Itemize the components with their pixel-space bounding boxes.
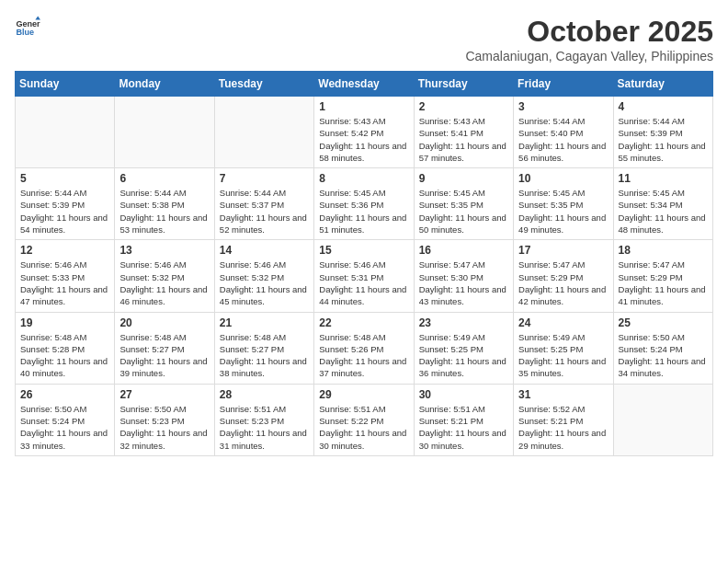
weekday-header-sunday: Sunday — [16, 72, 115, 97]
calendar-cell — [613, 384, 712, 455]
calendar-cell: 2Sunrise: 5:43 AM Sunset: 5:41 PM Daylig… — [414, 97, 513, 168]
day-number: 5 — [20, 172, 109, 185]
calendar-week-row: 5Sunrise: 5:44 AM Sunset: 5:39 PM Daylig… — [16, 168, 713, 240]
day-number: 13 — [119, 244, 209, 257]
day-number: 3 — [518, 100, 608, 113]
calendar-cell: 5Sunrise: 5:44 AM Sunset: 5:39 PM Daylig… — [16, 168, 115, 240]
calendar-cell: 27Sunrise: 5:50 AM Sunset: 5:23 PM Dayli… — [115, 384, 214, 455]
calendar-cell: 26Sunrise: 5:50 AM Sunset: 5:24 PM Dayli… — [16, 384, 115, 455]
weekday-header-row: SundayMondayTuesdayWednesdayThursdayFrid… — [16, 72, 713, 97]
calendar-cell — [16, 97, 115, 168]
day-info: Sunrise: 5:47 AM Sunset: 5:29 PM Dayligh… — [518, 259, 608, 307]
day-number: 29 — [319, 388, 408, 401]
day-number: 15 — [319, 244, 408, 257]
calendar-table: SundayMondayTuesdayWednesdayThursdayFrid… — [15, 71, 713, 456]
svg-text:Blue: Blue — [16, 28, 34, 37]
day-info: Sunrise: 5:43 AM Sunset: 5:41 PM Dayligh… — [419, 115, 508, 164]
calendar-cell: 8Sunrise: 5:45 AM Sunset: 5:36 PM Daylig… — [314, 168, 414, 240]
calendar-cell: 12Sunrise: 5:46 AM Sunset: 5:33 PM Dayli… — [16, 240, 115, 312]
day-number: 27 — [119, 388, 209, 401]
day-info: Sunrise: 5:44 AM Sunset: 5:39 PM Dayligh… — [20, 187, 109, 236]
day-number: 21 — [220, 316, 309, 329]
day-info: Sunrise: 5:51 AM Sunset: 5:23 PM Dayligh… — [220, 403, 309, 452]
title-block: October 2025 Camalaniugan, Cagayan Valle… — [465, 15, 713, 63]
calendar-cell: 4Sunrise: 5:44 AM Sunset: 5:39 PM Daylig… — [613, 97, 712, 168]
day-info: Sunrise: 5:49 AM Sunset: 5:25 PM Dayligh… — [518, 331, 608, 380]
day-info: Sunrise: 5:44 AM Sunset: 5:38 PM Dayligh… — [119, 187, 209, 236]
day-info: Sunrise: 5:46 AM Sunset: 5:32 PM Dayligh… — [119, 259, 209, 307]
calendar-week-row: 26Sunrise: 5:50 AM Sunset: 5:24 PM Dayli… — [16, 384, 713, 455]
day-info: Sunrise: 5:45 AM Sunset: 5:34 PM Dayligh… — [619, 187, 708, 236]
calendar-cell: 22Sunrise: 5:48 AM Sunset: 5:26 PM Dayli… — [314, 312, 414, 384]
day-info: Sunrise: 5:48 AM Sunset: 5:28 PM Dayligh… — [20, 331, 109, 380]
day-number: 4 — [619, 100, 708, 113]
day-info: Sunrise: 5:52 AM Sunset: 5:21 PM Dayligh… — [518, 403, 608, 452]
day-number: 22 — [319, 316, 408, 329]
calendar-cell: 19Sunrise: 5:48 AM Sunset: 5:28 PM Dayli… — [16, 312, 115, 384]
day-info: Sunrise: 5:51 AM Sunset: 5:22 PM Dayligh… — [319, 403, 408, 452]
day-info: Sunrise: 5:46 AM Sunset: 5:31 PM Dayligh… — [319, 259, 408, 307]
calendar-cell — [115, 97, 214, 168]
day-info: Sunrise: 5:44 AM Sunset: 5:40 PM Dayligh… — [518, 115, 608, 164]
day-info: Sunrise: 5:44 AM Sunset: 5:37 PM Dayligh… — [220, 187, 309, 236]
day-number: 12 — [20, 244, 109, 257]
calendar-cell: 17Sunrise: 5:47 AM Sunset: 5:29 PM Dayli… — [514, 240, 613, 312]
day-info: Sunrise: 5:45 AM Sunset: 5:35 PM Dayligh… — [518, 187, 608, 236]
day-info: Sunrise: 5:51 AM Sunset: 5:21 PM Dayligh… — [419, 403, 508, 452]
day-number: 6 — [119, 172, 209, 185]
calendar-cell: 30Sunrise: 5:51 AM Sunset: 5:21 PM Dayli… — [414, 384, 513, 455]
day-info: Sunrise: 5:50 AM Sunset: 5:23 PM Dayligh… — [119, 403, 209, 452]
day-info: Sunrise: 5:50 AM Sunset: 5:24 PM Dayligh… — [20, 403, 109, 452]
calendar-cell: 11Sunrise: 5:45 AM Sunset: 5:34 PM Dayli… — [613, 168, 712, 240]
calendar-cell: 1Sunrise: 5:43 AM Sunset: 5:42 PM Daylig… — [314, 97, 414, 168]
day-number: 14 — [220, 244, 309, 257]
weekday-header-friday: Friday — [514, 72, 613, 97]
day-info: Sunrise: 5:46 AM Sunset: 5:33 PM Dayligh… — [20, 259, 109, 307]
day-info: Sunrise: 5:48 AM Sunset: 5:26 PM Dayligh… — [319, 331, 408, 380]
day-number: 7 — [220, 172, 309, 185]
calendar-cell — [214, 97, 313, 168]
day-number: 10 — [518, 172, 608, 185]
calendar-cell: 13Sunrise: 5:46 AM Sunset: 5:32 PM Dayli… — [115, 240, 214, 312]
svg-text:General: General — [16, 19, 40, 29]
weekday-header-thursday: Thursday — [414, 72, 513, 97]
calendar-week-row: 12Sunrise: 5:46 AM Sunset: 5:33 PM Dayli… — [16, 240, 713, 312]
day-info: Sunrise: 5:45 AM Sunset: 5:36 PM Dayligh… — [319, 187, 408, 236]
weekday-header-saturday: Saturday — [613, 72, 712, 97]
calendar-cell: 16Sunrise: 5:47 AM Sunset: 5:30 PM Dayli… — [414, 240, 513, 312]
day-number: 9 — [419, 172, 508, 185]
day-number: 28 — [220, 388, 309, 401]
weekday-header-tuesday: Tuesday — [214, 72, 313, 97]
day-number: 25 — [619, 316, 708, 329]
calendar-cell: 24Sunrise: 5:49 AM Sunset: 5:25 PM Dayli… — [514, 312, 613, 384]
calendar-cell: 6Sunrise: 5:44 AM Sunset: 5:38 PM Daylig… — [115, 168, 214, 240]
calendar-cell: 20Sunrise: 5:48 AM Sunset: 5:27 PM Dayli… — [115, 312, 214, 384]
calendar-week-row: 1Sunrise: 5:43 AM Sunset: 5:42 PM Daylig… — [16, 97, 713, 168]
day-info: Sunrise: 5:47 AM Sunset: 5:30 PM Dayligh… — [419, 259, 508, 307]
calendar-cell: 28Sunrise: 5:51 AM Sunset: 5:23 PM Dayli… — [214, 384, 313, 455]
day-number: 18 — [619, 244, 708, 257]
day-number: 2 — [419, 100, 508, 113]
day-info: Sunrise: 5:46 AM Sunset: 5:32 PM Dayligh… — [220, 259, 309, 307]
calendar-cell: 25Sunrise: 5:50 AM Sunset: 5:24 PM Dayli… — [613, 312, 712, 384]
day-info: Sunrise: 5:48 AM Sunset: 5:27 PM Dayligh… — [119, 331, 209, 380]
header: General Blue October 2025 Camalaniugan, … — [15, 15, 713, 63]
calendar-cell: 15Sunrise: 5:46 AM Sunset: 5:31 PM Dayli… — [314, 240, 414, 312]
calendar-cell: 18Sunrise: 5:47 AM Sunset: 5:29 PM Dayli… — [613, 240, 712, 312]
day-number: 1 — [319, 100, 408, 113]
calendar-cell: 14Sunrise: 5:46 AM Sunset: 5:32 PM Dayli… — [214, 240, 313, 312]
day-number: 11 — [619, 172, 708, 185]
day-number: 17 — [518, 244, 608, 257]
calendar-cell: 3Sunrise: 5:44 AM Sunset: 5:40 PM Daylig… — [514, 97, 613, 168]
calendar-cell: 7Sunrise: 5:44 AM Sunset: 5:37 PM Daylig… — [214, 168, 313, 240]
day-number: 26 — [20, 388, 109, 401]
logo: General Blue — [15, 15, 40, 40]
day-number: 23 — [419, 316, 508, 329]
month-year-title: October 2025 — [465, 15, 713, 49]
day-number: 20 — [119, 316, 209, 329]
day-info: Sunrise: 5:45 AM Sunset: 5:35 PM Dayligh… — [419, 187, 508, 236]
calendar-week-row: 19Sunrise: 5:48 AM Sunset: 5:28 PM Dayli… — [16, 312, 713, 384]
day-number: 8 — [319, 172, 408, 185]
day-info: Sunrise: 5:49 AM Sunset: 5:25 PM Dayligh… — [419, 331, 508, 380]
logo-icon: General Blue — [15, 15, 40, 40]
